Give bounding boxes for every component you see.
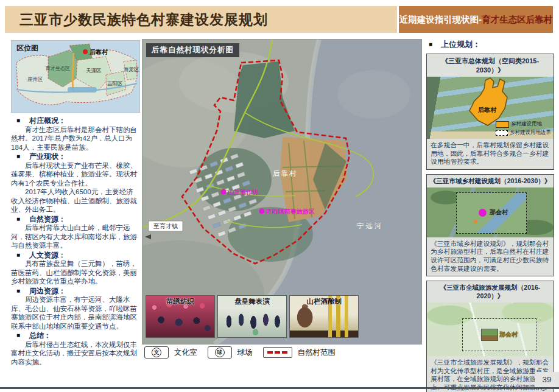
photo-dance: 盘皇舞表演 [217, 295, 287, 338]
bullet-icon: ■ [16, 152, 20, 161]
river-label: 宁远河 [357, 222, 384, 229]
village-dot-orange [474, 220, 477, 223]
plan-map-village-label: 后靠村 [478, 106, 496, 114]
section-surroundings: ■周边资源： 周边资源丰富，有宁远河、大隆水库、毛公山、仙安石林等资源，吖啦咪苗… [11, 287, 140, 331]
location-map-graphic: 后靠村 育才生态区 崖州区 天涯区 吉阳区 海棠区 区位图 [12, 41, 139, 113]
bullet-icon: ■ [16, 116, 20, 125]
page-number: 39 [535, 372, 559, 387]
section-industry: ■产业现状： 后靠村现状主要产业有芒果、橡胶、莲雾果、槟榔种植业，旅游业等。现状… [11, 152, 140, 214]
ballcourt-symbol: 球 [208, 346, 232, 359]
header-tag-highlight: 育才生态区后靠村 [482, 14, 552, 26]
photo-caption: 苗绣纺织 [146, 297, 214, 306]
legend-text: 乡村建设用地边界 [510, 129, 551, 136]
section-heading: 产业现状： [29, 152, 66, 161]
legend-text: 乡村建设用地 [511, 121, 542, 128]
plan-map-legend: 乡村建设用地 乡村建设用地边界 [496, 119, 551, 136]
section-para: 后靠村现状主要产业有芒果、橡胶、莲雾果、槟榔种植业，旅游业等。现状村内有1个农民… [11, 161, 140, 188]
village-marker-dot [83, 49, 88, 54]
legend-label-ballcourt: 球场 [237, 348, 253, 358]
section-heading: 自然资源： [29, 215, 66, 224]
footer-divider [0, 387, 559, 389]
bullet-icon: ■ [16, 331, 20, 340]
village-intro-text: ■村庄概况： 育才生态区后靠村是那会村下辖的自然村。2017年总户数为42户，总… [11, 116, 140, 366]
legend-label-boundary: 自然村范围 [298, 348, 336, 358]
plan-map-master: 后靠村 乡村建设用地 乡村建设用地边界 [427, 77, 554, 139]
road-label: 至育才镇 [153, 223, 178, 229]
ballcourt-icon: 球 [215, 348, 225, 357]
section-para: 育才生态区后靠村是那会村下辖的自然村。2017年总户数为42户，总人口为184人… [11, 125, 140, 152]
plan-title: 《三亚市域乡村建设规划（2016-2030）》 [427, 175, 554, 187]
section-summary: ■总结： 后靠村侵占生态红线，本次规划仅丰富村庄文化活动，搬迁安置后按本次规划内… [11, 331, 140, 366]
header-tag: 近期建设指引现状图-育才生态区后靠村 [399, 6, 553, 33]
bullet-icon: ■ [16, 251, 20, 260]
photo-caption: 山栏酒酿制 [290, 297, 358, 306]
bullet-icon: ■ [16, 215, 20, 224]
boundary-symbol [263, 347, 292, 358]
poi-dot-winery [221, 189, 227, 195]
locmap-region-tianya: 天涯区 [86, 68, 102, 74]
plan-caption: 《三亚市域乡村建设规划》，规划那会村为乡村旅游型村庄，后靠自然村在村庄建设许可区… [427, 237, 554, 276]
plan-box-master: 《三亚市总体规划（空间类2015-2030）》 后靠村 乡村建设用地 乡村建设用… [426, 54, 554, 170]
section-heading: 周边资源： [29, 287, 66, 296]
plan-map-village-label: 那会村 [499, 331, 518, 339]
legend-swatch-orange [496, 121, 509, 128]
map-title: 后靠自然村现状分析图 [146, 43, 239, 57]
poi-dot-tourism [259, 209, 265, 214]
plan-caption: 在多规合一中，后靠村规划保留乡村建设用地，因此，后靠村符合多规合一乡村建设用地管… [427, 139, 554, 169]
section-nature: ■自然资源： 后靠村背靠大山白土岭，毗邻宁远河，辖区内有大龙水库和南塔水库，旅游… [11, 215, 140, 250]
upper-plans-column: ■上位规划： 《三亚市总体规划（空间类2015-2030）》 后靠村 乡村建设用… [426, 39, 554, 392]
locmap-region-jiyang: 吉阳区 [107, 80, 123, 86]
poi-label-winery: 山兰酒作坊 [228, 189, 259, 195]
map-legend: 文 文化室 球 球场 自然村范围 [144, 346, 340, 359]
bullet-icon: ■ [429, 39, 432, 50]
plan-title: 《三亚市总体规划（空间类2015-2030）》 [427, 54, 554, 77]
section-para: 后靠村侵占生态红线，本次规划仅丰富村庄文化活动，搬迁安置后按本次规划内容实施。 [11, 340, 140, 367]
section-heading: 人文资源： [29, 251, 66, 260]
legend-swatch-dashed [496, 130, 508, 136]
location-map: 后靠村 育才生态区 崖州区 天涯区 吉阳区 海棠区 区位图 [11, 40, 140, 113]
plan-box-rural: 《三亚市域乡村建设规划（2016-2030）》 那会村 《三亚市域乡村建设规划》… [426, 174, 554, 276]
photo-wine: 山栏酒酿制 [289, 295, 359, 338]
section-para: 周边资源丰富，有宁远河、大隆水库、毛公山、仙安石林等资源，吖啦咪苗寨旅游区位于村… [11, 295, 140, 331]
village-dot-magenta [479, 209, 487, 217]
section-overview: ■村庄概况： 育才生态区后靠村是那会村下辖的自然村。2017年总户数为42户，总… [11, 116, 140, 152]
bullet-icon: ■ [16, 287, 20, 296]
photo-embroidery: 苗绣纺织 [146, 295, 215, 338]
locmap-marker-label: 后靠村 [89, 49, 108, 55]
plan-map-rural: 那会村 [427, 187, 554, 237]
section-para: 2017年人均收入6500元，主要经济收入经济作物种植、山兰酒酿制、旅游就业、外… [11, 187, 140, 214]
plan-map-village-label: 那会村 [490, 208, 508, 217]
section-heading: 村庄概况： [29, 116, 66, 125]
header-band: 三亚市少数民族特色村寨建设发展规划 [5, 6, 397, 33]
locmap-region-haitang: 海棠区 [124, 66, 139, 72]
village-thumbnail [481, 329, 498, 341]
section-heading: 总结： [29, 331, 51, 340]
plan-title: 《三亚市全域旅游发展规划（2016-2020）》 [427, 281, 554, 303]
map-village-label: 后靠村 [273, 170, 298, 177]
slide-page: 三亚市少数民族特色村寨建设发展规划 近期建设指引现状图-育才生态区后靠村 后靠村… [0, 0, 559, 392]
locmap-region-yazhou: 崖州区 [27, 76, 43, 82]
photo-caption: 盘皇舞表演 [218, 297, 286, 306]
legend-label-culture-room: 文化室 [174, 348, 197, 358]
locmap-title: 区位图 [16, 44, 38, 52]
section-para: 后靠村背靠大山白土岭，毗邻宁远河，辖区内有大龙水库和南塔水库，旅游与自然资源丰富… [11, 223, 140, 250]
poi-label-tourism: 吖啦咪苗寨旅游区 [266, 208, 315, 215]
upper-plans-heading: 上位规划： [441, 39, 480, 50]
plan-orange-area [469, 78, 507, 125]
plan-map-inset: 那会村 [456, 192, 527, 234]
locmap-region-yucai: 育才生态区 [45, 66, 70, 71]
page-title: 三亚市少数民族特色村寨建设发展规划 [19, 10, 268, 29]
culture-room-symbol: 文 [144, 346, 169, 359]
plan-map-inset: 那会村 [462, 318, 536, 351]
section-culture: ■人文资源： 具有苗族盘皇舞（三元舞），苗绣，苗医苗药、山栏酒酿制等文化资源，美… [11, 251, 140, 286]
culture-room-icon: 文 [152, 348, 161, 357]
status-analysis-map: 后靠村 山兰酒作坊 吖啦咪苗寨旅游区 至育才镇 宁远河 后靠自然村现状分析图 苗… [142, 39, 422, 345]
plan-map-tourism: 那会村 [427, 303, 554, 356]
section-para: 具有苗族盘皇舞（三元舞），苗绣，苗医苗药、山栏酒酿制等文化资源，美丽乡村旅游文化… [11, 259, 140, 286]
header-tag-prefix: 近期建设指引现状图- [399, 14, 482, 26]
